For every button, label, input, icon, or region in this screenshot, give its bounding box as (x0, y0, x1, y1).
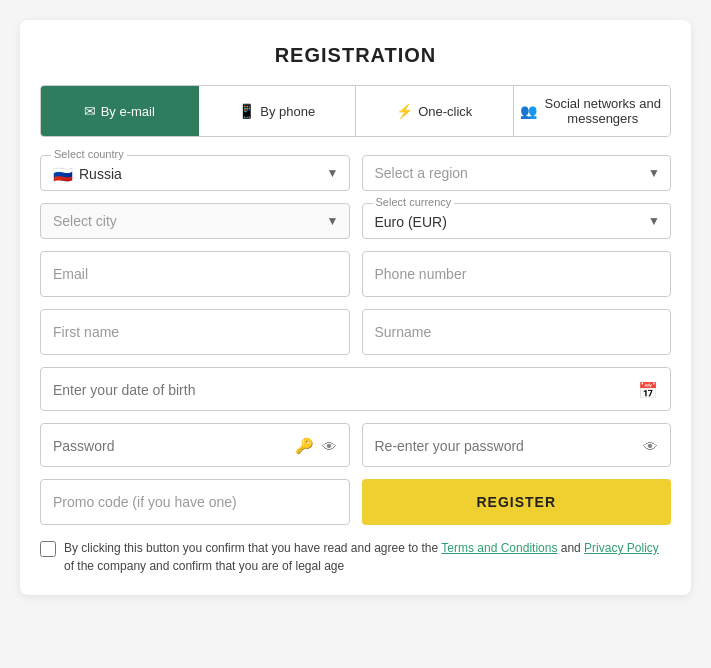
register-col: REGISTER (362, 479, 672, 525)
country-select[interactable]: Russia (79, 164, 337, 184)
city-col: ▼ Select city (40, 203, 350, 239)
email-input[interactable] (40, 251, 350, 297)
oneclick-tab-icon: ⚡ (396, 103, 413, 119)
surname-input[interactable] (362, 309, 672, 355)
promo-input[interactable] (40, 479, 350, 525)
currency-label: Select currency (373, 196, 455, 208)
password-input[interactable] (53, 432, 295, 460)
password-row: 🔑 👁 👁 (40, 423, 671, 467)
currency-field[interactable]: Select currency Euro (EUR) ▼ (362, 203, 672, 239)
country-field[interactable]: Select country 🇷🇺 Russia ▼ (40, 155, 350, 191)
tab-social-label: Social networks and messengers (542, 96, 665, 126)
password-icons: 🔑 👁 (295, 437, 337, 455)
terms-mid: and (557, 541, 584, 555)
phone-tab-icon: 📱 (238, 103, 255, 119)
password-col: 🔑 👁 (40, 423, 350, 467)
repassword-col: 👁 (362, 423, 672, 467)
firstname-col (40, 309, 350, 355)
dob-row: 📅 (40, 367, 671, 411)
region-select[interactable] (375, 164, 659, 184)
currency-select[interactable]: Euro (EUR) (375, 212, 659, 232)
password-eye-icon[interactable]: 👁 (322, 438, 337, 455)
phone-col (362, 251, 672, 297)
repassword-field[interactable]: 👁 (362, 423, 672, 467)
tab-email-label: By e-mail (101, 104, 155, 119)
password-field[interactable]: 🔑 👁 (40, 423, 350, 467)
social-tab-icon: 👥 (520, 103, 537, 119)
terms-text: By clicking this button you confirm that… (64, 539, 671, 575)
repassword-input[interactable] (375, 432, 644, 460)
tab-bar: ✉ By e-mail 📱 By phone ⚡ One-click 👥 Soc… (40, 85, 671, 137)
city-currency-row: ▼ Select city Select currency Euro (EUR)… (40, 203, 671, 239)
country-select-inner: 🇷🇺 Russia (53, 164, 337, 184)
city-field[interactable]: ▼ Select city (40, 203, 350, 239)
calendar-icon[interactable]: 📅 (638, 381, 658, 400)
surname-col (362, 309, 672, 355)
email-tab-icon: ✉ (84, 103, 96, 119)
terms-link1[interactable]: Terms and Conditions (441, 541, 557, 555)
dob-col: 📅 (40, 367, 671, 411)
tab-email[interactable]: ✉ By e-mail (41, 86, 199, 136)
phone-input[interactable] (362, 251, 672, 297)
country-label: Select country (51, 148, 127, 160)
terms-before: By clicking this button you confirm that… (64, 541, 441, 555)
country-col: Select country 🇷🇺 Russia ▼ (40, 155, 350, 191)
page-title: REGISTRATION (40, 44, 671, 67)
tab-oneclick-label: One-click (418, 104, 472, 119)
terms-checkbox[interactable] (40, 541, 56, 557)
country-region-row: Select country 🇷🇺 Russia ▼ ▼ Select a re… (40, 155, 671, 191)
currency-col: Select currency Euro (EUR) ▼ (362, 203, 672, 239)
promo-register-row: REGISTER (40, 479, 671, 525)
email-col (40, 251, 350, 297)
name-row (40, 309, 671, 355)
tab-phone-label: By phone (260, 104, 315, 119)
email-phone-row (40, 251, 671, 297)
tab-social[interactable]: 👥 Social networks and messengers (514, 86, 671, 136)
region-field[interactable]: ▼ Select a region (362, 155, 672, 191)
terms-link2[interactable]: Privacy Policy (584, 541, 659, 555)
tab-oneclick[interactable]: ⚡ One-click (356, 86, 514, 136)
repassword-eye-icon[interactable]: 👁 (643, 438, 658, 455)
password-key-icon: 🔑 (295, 437, 314, 455)
promo-col (40, 479, 350, 525)
dob-field[interactable]: 📅 (40, 367, 671, 411)
register-button[interactable]: REGISTER (362, 479, 672, 525)
country-flag: 🇷🇺 (53, 165, 73, 184)
dob-input[interactable] (53, 376, 638, 404)
terms-after: of the company and confirm that you are … (64, 559, 344, 573)
tab-phone[interactable]: 📱 By phone (199, 86, 357, 136)
terms-row: By clicking this button you confirm that… (40, 539, 671, 575)
city-select[interactable] (53, 212, 337, 232)
registration-card: REGISTRATION ✉ By e-mail 📱 By phone ⚡ On… (20, 20, 691, 595)
region-col: ▼ Select a region (362, 155, 672, 191)
firstname-input[interactable] (40, 309, 350, 355)
